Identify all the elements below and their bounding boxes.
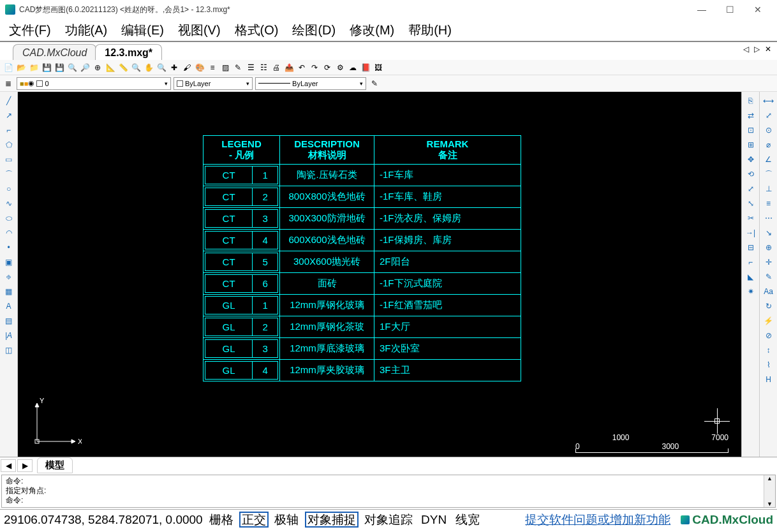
move-tool-icon[interactable]: ✥ [744,153,757,166]
layer-dropdown[interactable]: ■■◉ 0 ▾ [17,77,171,90]
spline-tool-icon[interactable]: ∿ [3,197,15,210]
cloud-icon[interactable]: ☁ [347,62,359,73]
status-toggle-4[interactable]: 对象追踪 [362,513,415,526]
tab-next-icon[interactable]: ▷ [752,45,762,54]
insert-tool-icon[interactable]: ⎆ [3,270,15,283]
status-toggle-6[interactable]: 线宽 [453,513,482,526]
dim-aligned-icon[interactable]: ⤢ [762,109,775,122]
arc-tool-icon[interactable]: ⌒ [3,168,15,181]
extend-tool-icon[interactable]: →| [744,226,757,239]
dim-arc-icon[interactable]: ⌒ [762,168,775,181]
layout-next-button[interactable]: ▶ [17,459,33,472]
linetype-dropdown[interactable]: ByLayer ▾ [255,77,366,90]
dim-radius-icon[interactable]: ⊙ [762,124,775,137]
plot-icon[interactable]: 🖨 [270,62,282,73]
menu-function[interactable]: 功能(A) [65,22,108,39]
status-toggle-3[interactable]: 对象捕捉 [305,512,359,528]
tab-prev-icon[interactable]: ◁ [741,45,751,54]
drawing-canvas[interactable]: LEGEND- 凡例 DESCRIPTION材料说明 REMARK备注 CT1陶… [18,92,741,457]
tab-current-file[interactable]: 12.3.mxg* [95,44,162,60]
mtext-tool-icon[interactable]: |A [3,329,15,342]
ruler-icon[interactable]: 📏 [117,62,129,73]
text-tool-icon[interactable]: A [3,300,15,313]
dim-space-icon[interactable]: ↕ [762,344,775,357]
polyline-tool-icon[interactable]: ⌐ [3,124,15,137]
image-icon[interactable]: 🖼 [373,62,384,73]
pdf-icon[interactable]: 📕 [360,62,371,73]
leader-icon[interactable]: ↘ [762,226,775,239]
copy-tool-icon[interactable]: ⎘ [744,94,757,107]
color-dropdown[interactable]: ByLayer ▾ [174,77,253,90]
dim-angular-icon[interactable]: ∠ [762,153,775,166]
point-tool-icon[interactable]: • [3,241,15,254]
fillet-tool-icon[interactable]: ⌐ [744,256,757,269]
rotate-tool-icon[interactable]: ⟲ [744,168,757,181]
open-icon[interactable]: 📂 [15,62,27,73]
chamfer-tool-icon[interactable]: ◣ [744,270,757,283]
table-tool-icon[interactable]: ▤ [3,314,15,327]
minimize-button[interactable]: — [688,1,716,18]
maximize-button[interactable]: ☐ [716,1,744,18]
zoom-extents-icon[interactable]: 🔍 [66,62,78,73]
layers2-icon[interactable]: ☰ [245,62,256,73]
dim-break-icon[interactable]: ⊘ [762,329,775,342]
xline-tool-icon[interactable]: ↗ [3,109,15,122]
hatch-icon[interactable]: ▨ [219,62,231,73]
menu-file[interactable]: 文件(F) [9,22,51,39]
settings-icon[interactable]: ⚙ [334,62,346,73]
region-tool-icon[interactable]: ◫ [3,344,15,357]
block-tool-icon[interactable]: ▣ [3,256,15,269]
layer-manager-icon[interactable]: ≣ [3,78,14,89]
mirror-tool-icon[interactable]: ⇄ [744,109,757,122]
dim-linear-icon[interactable]: ⟷ [762,94,775,107]
crosshair-icon[interactable]: ✚ [168,62,180,73]
palette-icon[interactable]: 🎨 [194,62,205,73]
model-tab[interactable]: 模型 [37,457,73,473]
rectangle-tool-icon[interactable]: ▭ [3,153,15,166]
tab-cloud[interactable]: CAD.MxCloud [13,44,96,60]
circle-tool-icon[interactable]: ○ [3,182,15,195]
command-line[interactable]: 命令: 指定对角点: 命令: ▲▼ [1,475,776,508]
dim-diameter-icon[interactable]: ⌀ [762,138,775,151]
ellipse-arc-tool-icon[interactable]: ◠ [3,226,15,239]
zoom-window-icon[interactable]: ⊕ [92,62,103,73]
menu-view[interactable]: 视图(V) [178,22,221,39]
break-tool-icon[interactable]: ⊟ [744,241,757,254]
dim-baseline-icon[interactable]: ≡ [762,197,775,210]
dim-ordinate-icon[interactable]: ⊥ [762,182,775,195]
lineweight-icon[interactable]: ✎ [369,78,380,89]
status-toggle-0[interactable]: 栅格 [207,513,236,526]
measure-icon[interactable]: 📐 [105,62,116,73]
polygon-tool-icon[interactable]: ⬠ [3,138,15,151]
zoom-in-icon[interactable]: 🔎 [79,62,91,73]
offset-tool-icon[interactable]: ⊡ [744,124,757,137]
explode-tool-icon[interactable]: ✷ [744,285,757,298]
save-icon[interactable]: 💾 [41,62,52,73]
open-folder-icon[interactable]: 📁 [28,62,40,73]
saveas-icon[interactable]: 💾 [54,62,65,73]
cmd-scrollbar[interactable]: ▲▼ [764,475,775,507]
tolerance-icon[interactable]: ⊕ [762,241,775,254]
new-icon[interactable]: 📄 [3,62,14,73]
brush-icon[interactable]: 🖌 [181,62,193,73]
brand-label[interactable]: CAD.MxCloud [681,513,773,527]
dim-jog-icon[interactable]: ⌇ [762,358,775,371]
zoom-previous-icon[interactable]: 🔍 [156,62,167,73]
tab-close-icon[interactable]: ✕ [763,45,773,54]
hatch-tool-icon[interactable]: ▦ [3,285,15,298]
status-toggle-2[interactable]: 极轴 [272,513,301,526]
menu-modify[interactable]: 修改(M) [350,22,394,39]
center-mark-icon[interactable]: ✛ [762,256,775,269]
zoom-realtime-icon[interactable]: 🔍 [130,62,142,73]
menu-draw[interactable]: 绘图(D) [292,22,336,39]
pan-icon[interactable]: ✋ [143,62,154,73]
undo-icon[interactable]: ↶ [296,62,307,73]
stretch-tool-icon[interactable]: ⤡ [744,197,757,210]
array-tool-icon[interactable]: ⊞ [744,138,757,151]
line-tool-icon[interactable]: ╱ [3,94,15,107]
dim-continue-icon[interactable]: ⋯ [762,212,775,225]
export-icon[interactable]: 📤 [283,62,295,73]
quick-dim-icon[interactable]: ⚡ [762,314,775,327]
dim-update-icon[interactable]: ↻ [762,300,775,313]
redo-icon[interactable]: ↷ [309,62,320,73]
